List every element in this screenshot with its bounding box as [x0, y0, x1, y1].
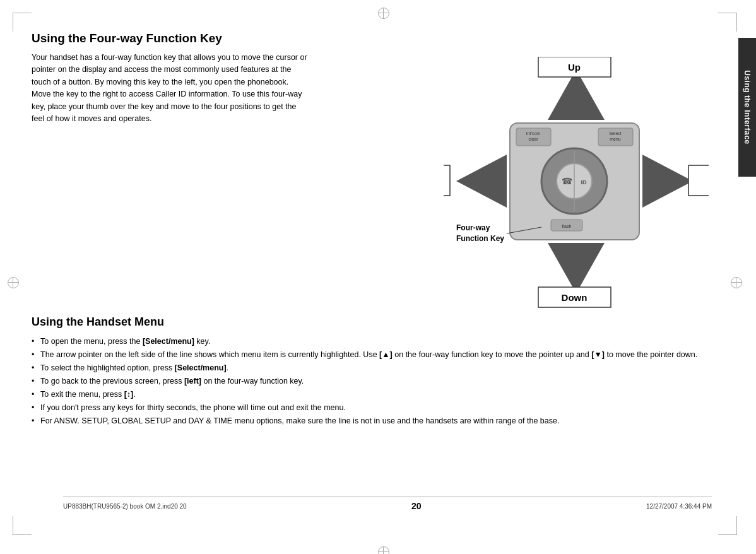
bullet-item-6: If you don't press any keys for thirty s…	[32, 401, 712, 414]
corner-mark-tl	[13, 13, 32, 32]
menu-text: menu	[610, 137, 621, 141]
callerid-label-box	[688, 165, 709, 196]
bullet-item-3: To select the highlighted option, press …	[32, 362, 712, 374]
side-tab: Using the Interface	[738, 38, 756, 177]
fourway-label2: Function Key	[456, 234, 504, 243]
up-label-text: Up	[568, 62, 581, 73]
phone-icon: ☎	[562, 176, 572, 186]
intcom-text: Int'com	[526, 131, 541, 136]
corner-mark-bl	[13, 516, 32, 535]
fourway-label1: Four-way	[456, 223, 490, 232]
bullet-list: To open the menu, press the [Select/menu…	[32, 335, 712, 427]
diagram-wrapper: Int'com clear Select menu ☎ ID flash	[418, 50, 734, 315]
down-label-text: Down	[562, 292, 588, 303]
phonebook-label-box	[444, 165, 450, 196]
clear-text: clear	[528, 137, 538, 141]
arrow-down-shape	[548, 243, 605, 293]
corner-mark-tr	[718, 13, 737, 32]
main-content: Using the Four-way Function Key Your han…	[32, 32, 734, 522]
arrow-left-shape	[456, 155, 507, 208]
bullet-item-7: For ANSW. SETUP, GLOBAL SETUP and DAY & …	[32, 415, 712, 427]
fourway-diagram: Int'com clear Select menu ☎ ID flash	[444, 57, 709, 309]
arrow-right-shape	[642, 155, 693, 208]
footer-left: UP883BH(TRU9565-2) book OM 2.ind20 20	[63, 503, 187, 510]
section1-body: Your handset has a four-way function key…	[32, 52, 309, 125]
diagram-svg: Int'com clear Select menu ☎ ID flash	[444, 57, 709, 309]
bullet-item-2: The arrow pointer on the left side of th…	[32, 348, 712, 361]
flash-text: flash	[562, 224, 572, 228]
footer: UP883BH(TRU9565-2) book OM 2.ind20 20 20…	[63, 497, 712, 511]
id-text: ID	[581, 179, 588, 186]
bullet-item-4: To go back to the previous screen, press…	[32, 375, 712, 387]
bullet-item-1: To open the menu, press the [Select/menu…	[32, 335, 712, 348]
side-tab-label: Using the Interface	[743, 70, 752, 144]
section-handset: Using the Handset Menu To open the menu,…	[32, 315, 712, 428]
footer-right: 12/27/2007 4:36:44 PM	[646, 503, 712, 510]
section1-title: Using the Four-way Function Key	[32, 32, 734, 45]
section2-title: Using the Handset Menu	[32, 315, 712, 329]
page-number: 20	[411, 501, 422, 511]
bullet-item-5: To exit the menu, press [↕].	[32, 388, 712, 401]
select-text: Select	[609, 131, 622, 136]
